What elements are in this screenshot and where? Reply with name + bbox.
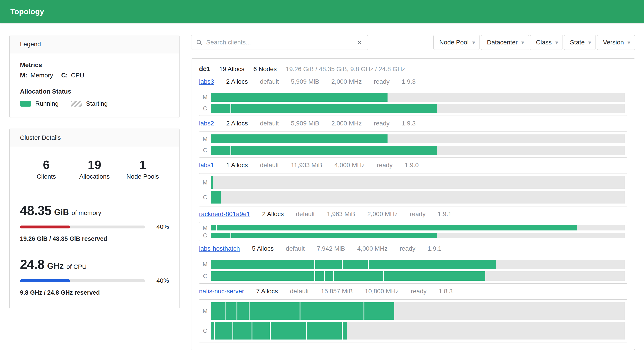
allocation-segment[interactable] <box>232 322 252 340</box>
allocation-segment[interactable] <box>314 271 324 281</box>
allocation-segment[interactable] <box>252 322 270 340</box>
allocation-status-title: Allocation Status <box>20 88 169 95</box>
memory-percent-label: 40% <box>156 223 169 230</box>
allocation-segment[interactable] <box>211 176 213 189</box>
client-name-link[interactable]: labs3 <box>199 78 214 85</box>
memory-bar-label: M <box>199 302 211 320</box>
cpu-bar-row: C <box>199 233 625 238</box>
memory-summary: 48.35 GiB of memory 40% 19.26 GiB / 48.3… <box>20 203 169 242</box>
filter-dropdown[interactable]: Datacenter ▾ <box>481 35 529 50</box>
client-name-link[interactable]: nafis-nuc-server <box>199 288 244 295</box>
memory-track <box>211 260 625 269</box>
allocation-segment[interactable] <box>368 260 496 269</box>
client-allocs: 7 Allocs <box>256 288 278 295</box>
allocation-segment[interactable] <box>216 225 577 230</box>
client-memory: 15,857 MiB <box>321 288 353 295</box>
allocation-segment[interactable] <box>383 271 485 281</box>
client-section: nafis-nuc-server 7 Allocs default 15,857… <box>199 288 627 342</box>
chevron-down-icon: ▾ <box>521 40 524 45</box>
cpu-track <box>211 146 625 154</box>
cpu-bar-label: C <box>199 322 211 340</box>
filter-dropdown[interactable]: State ▾ <box>564 35 596 50</box>
cpu-track <box>211 191 625 204</box>
allocation-segment[interactable] <box>211 191 221 204</box>
cluster-details-body: 6 Clients 19 Allocations 1 Node Pools 48… <box>10 147 179 309</box>
memory-reserved-detail: 19.26 GiB / 48.35 GiB reserved <box>20 236 169 242</box>
legend-card-title: Legend <box>10 35 179 54</box>
allocation-segment[interactable] <box>248 302 300 320</box>
datacenter-allocs: 19 Allocs <box>219 66 244 73</box>
allocation-segment[interactable] <box>230 104 437 113</box>
client-head: labs-hosthatch 5 Allocs default 7,942 Mi… <box>199 245 627 255</box>
allocation-segment[interactable] <box>211 93 388 102</box>
starting-status-label: Starting <box>86 100 108 107</box>
allocation-segment[interactable] <box>236 302 248 320</box>
client-name-link[interactable]: labs2 <box>199 120 214 127</box>
allocation-segment[interactable] <box>230 233 437 238</box>
memory-progress: 40% <box>20 223 169 230</box>
filter-label: Class <box>536 39 552 46</box>
cpu-bar-row: C <box>199 271 625 281</box>
chevron-down-icon: ▾ <box>588 40 591 45</box>
allocation-segment[interactable] <box>342 322 347 340</box>
allocation-segment[interactable] <box>364 302 394 320</box>
close-icon[interactable]: ✕ <box>356 38 363 46</box>
allocation-segment[interactable] <box>214 322 232 340</box>
memory-bar-label: M <box>199 134 211 144</box>
allocation-segment[interactable] <box>230 146 437 154</box>
client-version: 1.9.1 <box>428 245 442 252</box>
stat-label: Allocations <box>70 173 119 180</box>
allocation-segment[interactable] <box>211 302 224 320</box>
allocation-segment[interactable] <box>211 233 230 238</box>
client-name-link[interactable]: labs1 <box>199 162 214 169</box>
allocation-segment[interactable] <box>211 146 230 154</box>
allocation-segment[interactable] <box>211 104 230 113</box>
filter-dropdown[interactable]: Version ▾ <box>597 35 635 50</box>
allocation-segment[interactable] <box>306 322 342 340</box>
client-allocs: 5 Allocs <box>252 245 274 252</box>
client-node-pool: default <box>296 210 315 218</box>
cpu-track <box>211 322 625 340</box>
allocation-segment[interactable] <box>211 225 216 230</box>
allocation-segment[interactable] <box>333 271 383 281</box>
client-node-pool: default <box>290 288 309 295</box>
allocation-segment[interactable] <box>314 260 342 269</box>
allocation-segment[interactable] <box>211 260 314 269</box>
memory-bar-row: M <box>199 134 625 144</box>
cpu-bar-label: C <box>199 104 211 113</box>
allocation-segment[interactable] <box>211 134 388 144</box>
allocation-segment[interactable] <box>211 271 314 281</box>
client-head: labs1 1 Allocs default 11,933 MiB 4,000 … <box>199 162 627 172</box>
client-name-link[interactable]: racknerd-801a9e1 <box>199 210 250 218</box>
client-name-link[interactable]: labs-hosthatch <box>199 245 240 252</box>
client-head: racknerd-801a9e1 2 Allocs default 1,963 … <box>199 210 627 220</box>
client-section: labs-hosthatch 5 Allocs default 7,942 Mi… <box>199 245 627 284</box>
allocation-segment[interactable] <box>324 271 333 281</box>
filter-dropdown[interactable]: Class ▾ <box>530 35 563 50</box>
running-status-label: Running <box>35 100 58 107</box>
client-memory: 1,963 MiB <box>327 210 355 218</box>
client-head: nafis-nuc-server 7 Allocs default 15,857… <box>199 288 627 298</box>
filter-dropdown[interactable]: Node Pool ▾ <box>433 35 480 50</box>
cpu-bar-row: C <box>199 322 625 340</box>
client-memory: 7,942 MiB <box>317 245 345 252</box>
client-box: M C <box>199 222 627 241</box>
search-icon <box>196 39 202 46</box>
stat-label: Node Pools <box>118 173 167 180</box>
memory-total-unit: GiB <box>54 208 69 217</box>
allocation-segment[interactable] <box>270 322 306 340</box>
client-section: labs2 2 Allocs default 5,909 MiB 2,000 M… <box>199 120 627 158</box>
client-state: ready <box>377 162 392 169</box>
allocation-segment[interactable] <box>342 260 368 269</box>
filter-label: State <box>570 39 584 46</box>
client-head: labs2 2 Allocs default 5,909 MiB 2,000 M… <box>199 120 627 130</box>
search-input[interactable] <box>206 39 356 46</box>
cpu-summary: 24.8 GHz of CPU 40% 9.8 GHz / 24.8 GHz r… <box>20 257 169 296</box>
chevron-down-icon: ▾ <box>555 40 558 45</box>
datacenter-summary: 19.26 GiB / 48.35 GiB, 9.8 GHz / 24.8 GH… <box>286 66 405 73</box>
memory-bar-row: M <box>199 176 625 189</box>
allocation-segment[interactable] <box>224 302 236 320</box>
allocation-segment[interactable] <box>300 302 364 320</box>
memory-bar-label: M <box>199 93 211 102</box>
allocation-segment[interactable] <box>211 322 214 340</box>
